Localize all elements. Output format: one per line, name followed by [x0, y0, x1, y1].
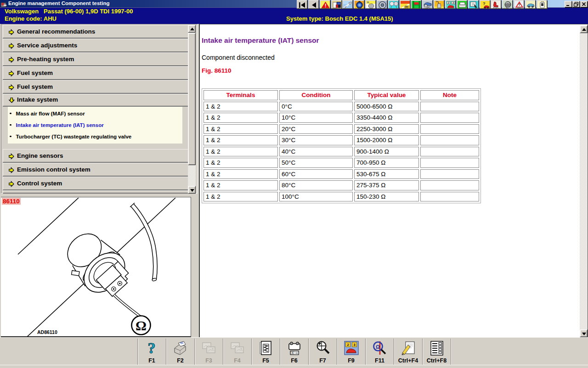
svg-text:3: 3 — [353, 343, 356, 347]
svg-text:6: 6 — [292, 351, 293, 354]
svg-text:Ω: Ω — [136, 318, 147, 333]
svg-text:3: 3 — [452, 1, 454, 4]
svg-text:?: ? — [147, 340, 155, 356]
svg-text:2: 2 — [448, 1, 449, 4]
svg-text:?: ? — [483, 1, 486, 6]
svg-text:EPS: EPS — [425, 7, 430, 9]
svg-text:B/C: B/C — [506, 7, 509, 9]
svg-text:2: 2 — [347, 343, 349, 347]
svg-text:ABS: ABS — [517, 7, 521, 9]
svg-text:11: 11 — [295, 351, 298, 354]
svg-text:AD86110: AD86110 — [37, 329, 57, 335]
svg-text:CAT: CAT — [529, 7, 533, 9]
svg-text:Ω: Ω — [376, 344, 380, 350]
svg-text:G: G — [495, 7, 497, 9]
